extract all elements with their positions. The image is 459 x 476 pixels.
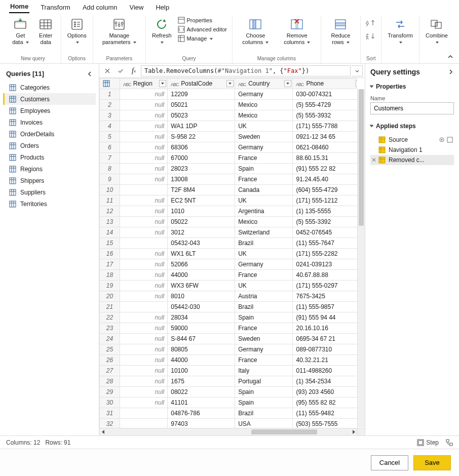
reduce-rows-button[interactable]: Reduce rows [324, 15, 358, 47]
cell-country[interactable]: Brazil [235, 238, 293, 249]
manage-button[interactable]: Manage [176, 34, 230, 43]
cell-phone[interactable]: (11) 555-7647 [293, 238, 357, 249]
ribbon-collapse-button[interactable] [447, 53, 454, 60]
cell-postalcode[interactable]: 1675 [168, 376, 235, 387]
cell-region[interactable] [120, 302, 167, 312]
cell-country[interactable]: France [235, 153, 293, 164]
applied-step[interactable]: ✕Removed c... [370, 155, 454, 165]
cell-phone[interactable]: 88.60.15.31 [293, 153, 357, 164]
cell-country[interactable]: France [235, 174, 293, 185]
cell-phone[interactable]: (171) 555-1212 [293, 195, 357, 206]
manage-parameters-button[interactable]: Manage parameters [96, 15, 142, 47]
table-row[interactable]: 10T2F 8M4Canada(604) 555-4729[Table][Ta [100, 185, 358, 195]
combine-button[interactable]: Combine [423, 15, 451, 47]
queries-collapse-button[interactable] [87, 71, 93, 77]
cell-country[interactable]: Spain [235, 398, 293, 408]
cell-country[interactable]: Spain [235, 387, 293, 398]
cell-phone[interactable]: 0921-12 34 65 [293, 132, 357, 142]
cell-region[interactable]: null [120, 110, 167, 121]
cell-postalcode[interactable]: 52066 [168, 259, 235, 270]
table-row[interactable]: 17null52066Germany0241-039123[Table][Ta [100, 259, 358, 270]
column-filter-button[interactable] [159, 80, 166, 87]
fx-button[interactable]: fx [128, 65, 140, 76]
scroll-left-button[interactable] [99, 428, 106, 435]
table-row[interactable]: 29null08022Spain(93) 203 4560[Table][Ta [100, 387, 358, 398]
table-row[interactable]: 16nullWX1 6LTUK(171) 555-2282[Table][Ta [100, 249, 358, 259]
cell-phone[interactable]: (91) 555 22 82 [293, 164, 357, 174]
cell-country[interactable]: Germany [235, 259, 293, 270]
cell-postalcode[interactable]: 97403 [168, 419, 235, 428]
cell-region[interactable]: null [120, 281, 167, 291]
cell-phone[interactable]: 40.32.21.21 [293, 355, 357, 366]
transform-button[interactable]: Transform [385, 15, 416, 47]
cell-country[interactable]: Germany [235, 344, 293, 355]
cell-phone[interactable]: (5) 555-3932 [293, 110, 357, 121]
diagram-view-button[interactable] [446, 439, 453, 446]
query-item-employees[interactable]: Employees [3, 105, 96, 116]
cell-region[interactable]: null [120, 323, 167, 334]
query-item-invoices[interactable]: Invoices [3, 116, 96, 128]
cell-region[interactable]: null [120, 142, 167, 153]
options-button[interactable]: Options [64, 15, 90, 47]
query-item-customers[interactable]: Customers [3, 93, 96, 105]
cell-postalcode[interactable]: WX3 6FW [168, 281, 235, 291]
cell-country[interactable]: UK [235, 121, 293, 132]
cell-postalcode[interactable]: 08022 [168, 387, 235, 398]
table-row[interactable]: 20null8010Austria7675-3425[Table][Ta [100, 291, 358, 302]
cell-region[interactable]: null [120, 366, 167, 376]
cell-postalcode[interactable]: S-844 67 [168, 334, 235, 344]
query-item-categories[interactable]: Categories [3, 82, 96, 93]
cell-region[interactable]: null [120, 249, 167, 259]
query-item-territories[interactable]: Territories [3, 198, 96, 210]
table-row[interactable]: 23null59000France20.16.10.16[Table][Ta [100, 323, 358, 334]
cell-region[interactable] [120, 408, 167, 419]
cell-region[interactable]: null [120, 217, 167, 227]
query-item-suppliers[interactable]: Suppliers [3, 186, 96, 198]
query-item-orders[interactable]: Orders [3, 140, 96, 151]
cell-country[interactable]: Germany [235, 142, 293, 153]
cell-phone[interactable]: (95) 555 82 82 [293, 398, 357, 408]
cell-region[interactable] [120, 238, 167, 249]
scroll-right-button[interactable] [350, 428, 357, 435]
cell-country[interactable]: Brazil [235, 408, 293, 419]
table-row[interactable]: 2105442-030Brazil(11) 555-9857[Table][Ta [100, 302, 358, 312]
table-row[interactable]: 14null3012Switzerland0452-076545[Table][… [100, 227, 358, 238]
table-row[interactable]: 3297403USA(503) 555-7555[Table][Ta [100, 419, 358, 428]
cell-phone[interactable]: (1) 135-5555 [293, 206, 357, 217]
table-row[interactable]: 8null28023Spain(91) 555 22 82[Table][Ta [100, 164, 358, 174]
cell-postalcode[interactable]: T2F 8M4 [168, 185, 235, 195]
cell-region[interactable]: null [120, 291, 167, 302]
table-row[interactable]: 12null1010Argentina(1) 135-5555[Table][T… [100, 206, 358, 217]
cell-country[interactable]: Mexico [235, 100, 293, 110]
step-settings-button[interactable] [439, 137, 445, 143]
cell-postalcode[interactable]: 68306 [168, 142, 235, 153]
enter-data-button[interactable]: Enter data [34, 15, 58, 47]
table-row[interactable]: 24nullS-844 67Sweden0695-34 67 21[Table]… [100, 334, 358, 344]
cell-region[interactable]: null [120, 259, 167, 270]
table-row[interactable]: 27null10100Italy011-4988260[Table][Ta [100, 366, 358, 376]
table-row[interactable]: 19nullWX3 6FWUK(171) 555-0297[Table][Ta [100, 281, 358, 291]
cell-phone[interactable]: (93) 203 4560 [293, 387, 357, 398]
column-header-country[interactable]: ABCCountry [235, 78, 293, 89]
cell-region[interactable]: null [120, 344, 167, 355]
vertical-scrollbar[interactable] [357, 89, 365, 427]
cell-region[interactable]: null [120, 164, 167, 174]
cell-phone[interactable]: 0452-076545 [293, 227, 357, 238]
cell-country[interactable]: Germany [235, 89, 293, 100]
cell-country[interactable]: Sweden [235, 132, 293, 142]
table-row[interactable]: 4nullWA1 1DPUK(171) 555-7788[Table][Ta [100, 121, 358, 132]
applied-steps-section-toggle[interactable]: Applied steps [370, 120, 454, 133]
cell-postalcode[interactable]: S-958 22 [168, 132, 235, 142]
cell-country[interactable]: Spain [235, 164, 293, 174]
cell-region[interactable]: null [120, 355, 167, 366]
menu-item-home[interactable]: Home [9, 2, 29, 14]
table-row[interactable]: 13null05022Mexico(5) 555-3392[Table][Ta [100, 217, 358, 227]
table-row[interactable]: 5nullS-958 22Sweden0921-12 34 65[Table][… [100, 132, 358, 142]
cell-region[interactable]: null [120, 334, 167, 344]
refresh-button[interactable]: Refresh [149, 15, 175, 47]
cell-postalcode[interactable]: 59000 [168, 323, 235, 334]
horizontal-scrollbar[interactable] [99, 428, 357, 435]
query-item-orderdetails[interactable]: OrderDetails [3, 128, 96, 140]
cell-postalcode[interactable]: 3012 [168, 227, 235, 238]
commit-formula-button[interactable] [114, 65, 127, 76]
